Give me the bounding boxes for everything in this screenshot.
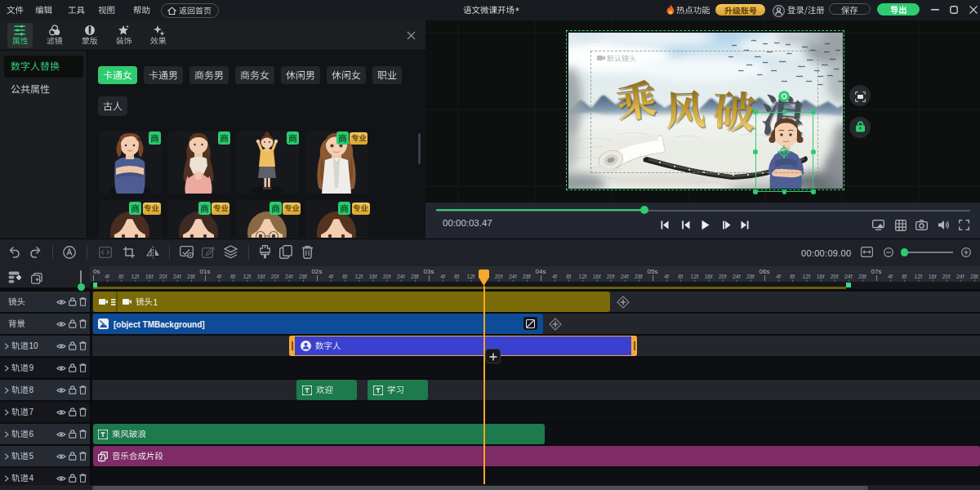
svg-text:05s: 05s [648,268,658,275]
svg-text:12f: 12f [803,274,811,279]
svg-text:03s: 03s [424,268,434,275]
svg-text:28f: 28f [411,274,419,279]
svg-text:20f: 20f [271,274,279,279]
svg-text:07s: 07s [871,268,882,275]
svg-text:28f: 28f [746,274,755,279]
svg-text:12f: 12f [915,274,923,279]
svg-text:12f: 12f [691,274,699,279]
svg-text:4f: 4f [664,274,669,279]
svg-text:24f: 24f [173,274,181,279]
svg-text:12f: 12f [131,274,140,279]
svg-text:16f: 16f [145,274,154,279]
svg-text:4f: 4f [216,274,221,279]
svg-text:04s: 04s [536,268,546,275]
svg-text:4f: 4f [776,274,781,279]
svg-text:8f: 8f [566,274,571,279]
svg-text:28f: 28f [970,274,978,279]
svg-text:4f: 4f [888,274,893,279]
svg-text:24f: 24f [844,274,853,279]
svg-text:16f: 16f [593,274,601,279]
svg-text:4f: 4f [552,274,557,279]
svg-text:16f: 16f [817,274,825,279]
svg-text:8f: 8f [230,274,235,279]
svg-text:8f: 8f [454,274,459,279]
svg-text:12f: 12f [355,274,363,279]
svg-text:4f: 4f [328,274,333,279]
svg-text:20f: 20f [159,274,167,279]
svg-text:0s: 0s [93,268,100,275]
svg-text:02s: 02s [312,268,323,275]
svg-text:28f: 28f [299,274,307,279]
svg-text:20f: 20f [942,274,951,279]
svg-text:20f: 20f [719,274,727,279]
svg-text:16f: 16f [705,274,713,279]
svg-text:16f: 16f [369,274,377,279]
svg-text:8f: 8f [790,274,795,279]
svg-text:20f: 20f [383,274,391,279]
svg-text:8f: 8f [118,274,123,279]
svg-text:4f: 4f [440,274,445,279]
svg-text:16f: 16f [929,274,937,279]
svg-text:24f: 24f [733,274,741,279]
svg-text:4f: 4f [105,274,109,279]
svg-text:12f: 12f [467,274,475,279]
svg-text:8f: 8f [678,274,683,279]
svg-text:24f: 24f [956,274,964,279]
svg-text:28f: 28f [858,274,866,279]
svg-text:20f: 20f [831,274,839,279]
svg-text:8f: 8f [902,274,906,279]
svg-text:24f: 24f [621,274,629,279]
svg-text:01s: 01s [200,268,211,275]
svg-text:28f: 28f [523,274,531,279]
svg-text:28f: 28f [635,274,643,279]
svg-text:20f: 20f [495,274,503,279]
svg-text:24f: 24f [285,274,293,279]
svg-text:20f: 20f [607,274,615,279]
svg-text:24f: 24f [397,274,405,279]
svg-text:24f: 24f [509,274,517,279]
svg-text:12f: 12f [579,274,587,279]
svg-text:8f: 8f [342,274,347,279]
svg-text:16f: 16f [257,274,265,279]
svg-text:28f: 28f [187,274,195,279]
svg-text:06s: 06s [760,268,770,275]
svg-text:12f: 12f [243,274,252,279]
